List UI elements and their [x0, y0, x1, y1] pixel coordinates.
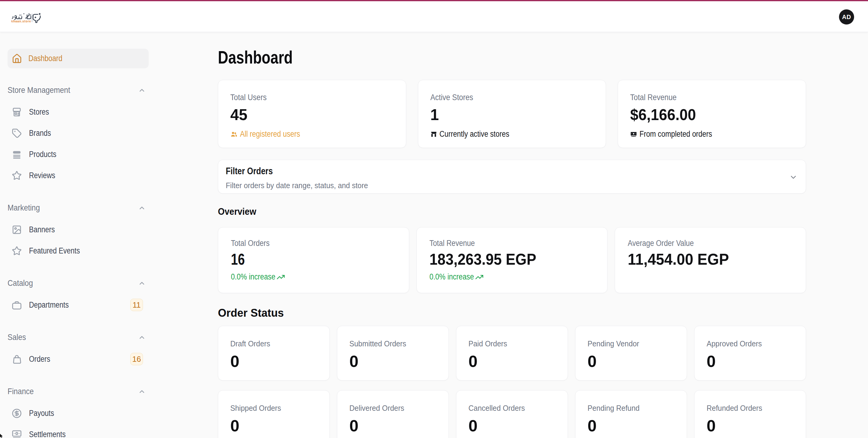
svg-text:khaan.store: khaan.store — [11, 20, 31, 23]
